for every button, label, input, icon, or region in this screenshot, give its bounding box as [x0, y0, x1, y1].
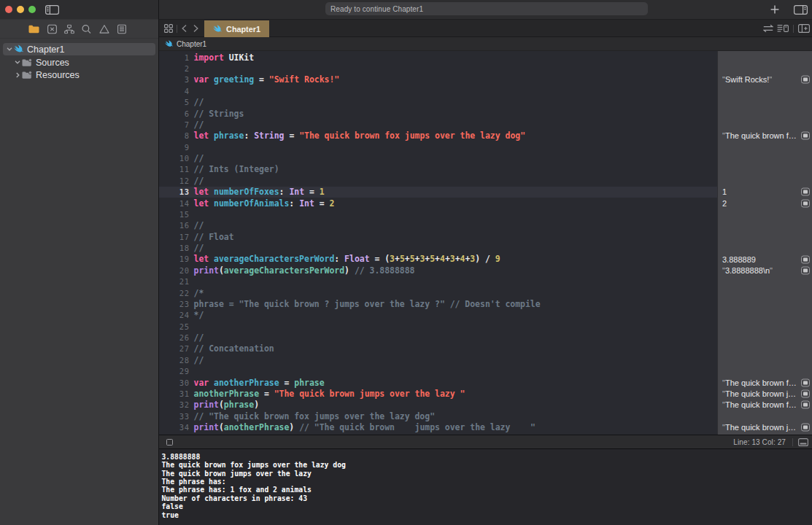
code-line[interactable]: 16// [159, 220, 717, 231]
line-number[interactable]: 10 [159, 154, 190, 163]
show-result-button[interactable] [801, 255, 810, 263]
code-line[interactable]: 24*/ [159, 310, 717, 321]
code-line[interactable]: 29 [159, 366, 717, 377]
code-line[interactable]: 27// Concatenation [159, 343, 717, 354]
code-line[interactable]: 25 [159, 321, 717, 332]
line-number[interactable]: 1 [159, 53, 190, 62]
jump-bar[interactable]: Chapter1 [159, 37, 812, 51]
library-add-icon[interactable] [770, 5, 779, 14]
line-number[interactable]: 16 [159, 221, 190, 230]
code-line[interactable]: 13let numberOfFoxes: Int = 1 [159, 187, 717, 198]
code-line[interactable]: 31anotherPhrase = "The quick brown jumps… [159, 388, 717, 399]
breakpoint-square-icon[interactable] [166, 439, 173, 446]
code-review-icon[interactable] [763, 24, 773, 32]
line-number[interactable]: 12 [159, 176, 190, 185]
line-number[interactable]: 33 [159, 412, 190, 421]
minimize-button[interactable] [17, 6, 24, 13]
line-number[interactable]: 6 [159, 109, 190, 118]
symbol-navigator-icon[interactable] [64, 24, 74, 34]
toggle-inspector-icon[interactable] [794, 5, 808, 15]
code-line[interactable]: 34print(anotherPhrase) // "The quick bro… [159, 421, 717, 432]
code-line[interactable]: 30var anotherPhrase = phrase [159, 377, 717, 388]
code-line[interactable]: 22/* [159, 287, 717, 298]
code-line[interactable]: 14let numberOfAnimals: Int = 2 [159, 198, 717, 209]
code-line[interactable]: 12// [159, 175, 717, 186]
tree-item-chapter1[interactable]: Chapter1 [0, 43, 159, 55]
go-forward-chevron-icon[interactable] [193, 24, 198, 32]
line-number[interactable]: 7 [159, 120, 190, 129]
code-line[interactable]: 20print(averageCharactersPerWord) // 3.8… [159, 265, 717, 276]
tab-overview-grid-icon[interactable] [164, 24, 173, 33]
debug-console[interactable]: 3.8888888The quick brown fox jumps over … [159, 448, 812, 525]
line-number[interactable]: 21 [159, 277, 190, 286]
code-line[interactable]: 3var greeting = "Swift Rocks!" [159, 74, 717, 85]
line-number[interactable]: 2 [159, 64, 190, 73]
line-number[interactable]: 24 [159, 311, 190, 319]
code-line[interactable]: 15 [159, 209, 717, 219]
line-number[interactable]: 14 [159, 199, 190, 208]
show-result-button[interactable] [801, 76, 810, 84]
line-number[interactable]: 27 [159, 344, 190, 353]
line-number[interactable]: 18 [159, 244, 190, 252]
line-number[interactable]: 19 [159, 254, 190, 263]
code-area[interactable]: 1import UIKit23var greeting = "Swift Roc… [159, 52, 717, 433]
disclosure-chevron-down-icon[interactable] [5, 47, 14, 51]
show-result-button[interactable] [801, 188, 810, 196]
code-line[interactable]: 4 [159, 85, 717, 96]
line-number[interactable]: 9 [159, 143, 190, 152]
show-result-button[interactable] [801, 401, 810, 409]
zoom-button[interactable] [28, 6, 36, 13]
editor-options-icon[interactable] [777, 24, 789, 33]
line-number[interactable]: 32 [159, 400, 190, 409]
line-number[interactable]: 11 [159, 165, 190, 174]
disclosure-chevron-right-icon[interactable] [13, 72, 22, 78]
line-number[interactable]: 20 [159, 266, 190, 275]
go-back-chevron-icon[interactable] [182, 24, 187, 32]
code-line[interactable]: 18// [159, 242, 717, 253]
line-number[interactable]: 15 [159, 210, 190, 219]
show-result-button[interactable] [801, 390, 810, 398]
code-line[interactable]: 28// [159, 354, 717, 365]
line-number[interactable]: 17 [159, 233, 190, 241]
line-number[interactable]: 25 [159, 322, 190, 331]
line-number[interactable]: 22 [159, 289, 190, 298]
code-line[interactable]: 11// Ints (Integer) [159, 164, 717, 175]
code-line[interactable]: 7// [159, 119, 717, 130]
show-result-button[interactable] [801, 378, 810, 386]
tree-item-sources[interactable]: Sources [0, 56, 159, 69]
line-number[interactable]: 23 [159, 300, 190, 308]
code-line[interactable]: 33// "The quick brown fox jumps over the… [159, 411, 717, 421]
code-line[interactable]: 19let averageCharactersPerWord: Float = … [159, 254, 717, 265]
tab-chapter1[interactable]: Chapter1 [204, 20, 269, 37]
line-number[interactable]: 34 [159, 423, 190, 432]
issue-navigator-icon[interactable] [99, 24, 109, 34]
line-number[interactable]: 31 [159, 389, 190, 398]
find-navigator-icon[interactable] [82, 24, 91, 34]
source-control-navigator-icon[interactable] [47, 24, 57, 34]
line-number[interactable]: 26 [159, 333, 190, 342]
report-navigator-icon[interactable] [117, 24, 126, 34]
code-line[interactable]: 23phrase = "The quick brown ? jumps over… [159, 298, 717, 309]
toggle-navigator-icon[interactable] [45, 5, 59, 15]
line-number[interactable]: 4 [159, 87, 190, 96]
code-line[interactable]: 6// Strings [159, 108, 717, 119]
disclosure-chevron-down-icon[interactable] [13, 61, 22, 64]
close-button[interactable] [5, 6, 12, 13]
show-result-button[interactable] [801, 424, 810, 432]
code-line[interactable]: 26// [159, 332, 717, 343]
code-line[interactable]: 21 [159, 276, 717, 287]
line-number[interactable]: 30 [159, 378, 190, 387]
code-line[interactable]: 8let phrase: String = "The quick brown f… [159, 131, 717, 141]
project-navigator-icon[interactable] [28, 25, 39, 34]
add-editor-icon[interactable] [798, 24, 810, 33]
line-number[interactable]: 29 [159, 367, 190, 376]
code-line[interactable]: 10// [159, 152, 717, 163]
code-line[interactable]: 1import UIKit [159, 52, 717, 63]
line-number[interactable]: 13 [159, 187, 190, 196]
show-result-button[interactable] [801, 132, 810, 140]
line-number[interactable]: 5 [159, 98, 190, 106]
line-number[interactable]: 3 [159, 75, 190, 84]
tree-item-resources[interactable]: Resources [0, 69, 159, 82]
code-line[interactable]: 9 [159, 141, 717, 152]
code-line[interactable]: 5// [159, 97, 717, 108]
